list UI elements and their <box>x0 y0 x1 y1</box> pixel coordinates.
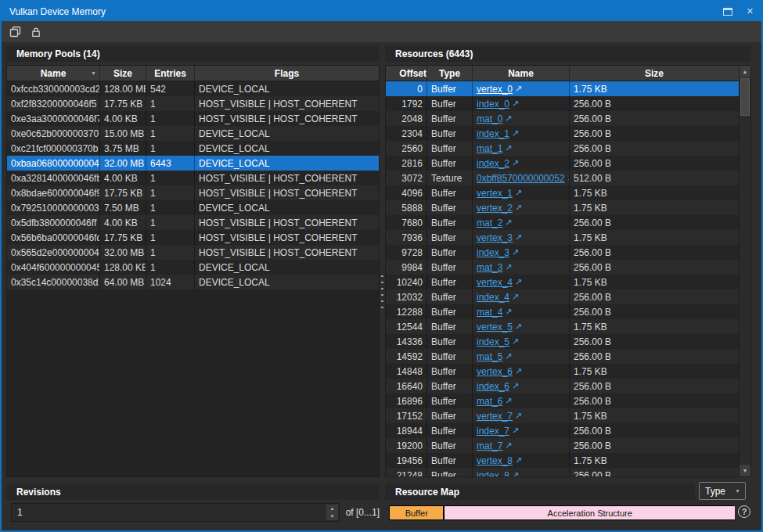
resource-row[interactable]: 3072 Texture 0xbff8570000000052 ↗ 512.00… <box>386 171 739 185</box>
column-header-type[interactable]: Type <box>427 66 473 81</box>
goto-resource-icon[interactable]: ↗ <box>512 158 519 168</box>
resource-row[interactable]: 16896 Buffer mat_6 ↗ 256.00 B <box>386 394 739 408</box>
scroll-down-icon[interactable]: ▼ <box>740 465 750 476</box>
goto-resource-icon[interactable]: ↗ <box>515 84 522 94</box>
resource-link[interactable]: mat_7 <box>477 440 502 451</box>
memory-pool-row[interactable]: 0x5dfb3800000046ff 4.00 KB 1 HOST_VISIBL… <box>7 215 379 230</box>
memory-pool-row[interactable]: 0xe0c62b0000003707 15.00 MB 1 DEVICE_LOC… <box>7 126 379 141</box>
resource-row[interactable]: 10240 Buffer vertex_4 ↗ 1.75 KB <box>386 275 739 289</box>
resource-row[interactable]: 12544 Buffer vertex_5 ↗ 1.75 KB <box>386 319 739 334</box>
goto-resource-icon[interactable]: ↗ <box>505 307 512 317</box>
resource-link[interactable]: 0xbff8570000000052 <box>477 173 565 184</box>
goto-resource-icon[interactable]: ↗ <box>512 247 519 257</box>
goto-resource-icon[interactable]: ↗ <box>515 203 522 213</box>
goto-resource-icon[interactable]: ↗ <box>512 426 519 436</box>
resource-row[interactable]: 5888 Buffer vertex_2 ↗ 1.75 KB <box>386 200 739 215</box>
goto-resource-icon[interactable]: ↗ <box>515 277 522 287</box>
goto-resource-icon[interactable]: ↗ <box>515 232 522 243</box>
resource-link[interactable]: index_5 <box>477 336 509 347</box>
resource-link[interactable]: vertex_2 <box>477 203 513 214</box>
panel-splitter-handle[interactable] <box>380 275 383 310</box>
resource-link[interactable]: index_2 <box>477 158 509 169</box>
memory-pool-row[interactable]: 0xbaa068000000004d 32.00 MB 6443 DEVICE_… <box>7 156 379 171</box>
memory-pool-row[interactable]: 0x35c14c00000038d1 64.00 MB 1024 DEVICE_… <box>7 275 379 289</box>
memory-pool-row[interactable]: 0x7925100000000035 7.50 MB 1 DEVICE_LOCA… <box>7 200 379 215</box>
resource-row[interactable]: 1792 Buffer index_0 ↗ 256.00 B <box>386 96 739 111</box>
column-header-ressize[interactable]: Size <box>570 66 739 81</box>
resource-row[interactable]: 9728 Buffer index_3 ↗ 256.00 B <box>386 245 739 260</box>
close-icon[interactable]: ✕ <box>747 7 754 16</box>
goto-resource-icon[interactable]: ↗ <box>515 366 522 376</box>
memory-pool-row[interactable]: 0x8bdae600000046f9 17.75 KB 1 HOST_VISIB… <box>7 185 379 200</box>
column-header-resname[interactable]: Name <box>473 66 570 81</box>
resource-link[interactable]: vertex_0 <box>477 84 513 95</box>
goto-resource-icon[interactable]: ↗ <box>515 188 522 198</box>
resource-row[interactable]: 12032 Buffer index_4 ↗ 256.00 B <box>386 289 739 304</box>
memory-pool-row[interactable]: 0xf2f83200000046f5 17.75 KB 1 HOST_VISIB… <box>7 96 379 111</box>
resource-link[interactable]: mat_6 <box>477 396 502 407</box>
goto-resource-icon[interactable]: ↗ <box>505 262 512 272</box>
memory-pool-row[interactable]: 0xc21fcf000000370b 3.75 MB 1 DEVICE_LOCA… <box>7 141 379 156</box>
resource-link[interactable]: index_7 <box>477 426 509 437</box>
resource-map-type-dropdown[interactable]: Type ▼ <box>699 482 746 500</box>
memory-pool-row[interactable]: 0x565d2e000000004b 32.00 MB 1 HOST_VISIB… <box>7 245 379 260</box>
lock-icon[interactable] <box>29 25 43 39</box>
spinner-up-icon[interactable]: ▲ <box>326 505 338 512</box>
resource-row[interactable]: 2304 Buffer index_1 ↗ 256.00 B <box>386 126 739 141</box>
spinner-down-icon[interactable]: ▼ <box>326 512 338 520</box>
resource-row[interactable]: 16640 Buffer index_6 ↗ 256.00 B <box>386 379 739 394</box>
resource-map-segment[interactable]: Acceleration Structure <box>444 506 735 519</box>
goto-resource-icon[interactable]: ↗ <box>512 128 519 138</box>
resource-map-segment[interactable]: Buffer <box>390 506 443 519</box>
resource-row[interactable]: 19200 Buffer mat_7 ↗ 256.00 B <box>386 438 739 453</box>
goto-resource-icon[interactable]: ↗ <box>515 455 522 466</box>
goto-resource-icon[interactable]: ↗ <box>512 336 519 347</box>
resource-row[interactable]: 21248 Buffer index_8 ↗ 256.00 B <box>386 468 739 477</box>
goto-resource-icon[interactable]: ↗ <box>512 381 519 391</box>
resource-link[interactable]: mat_1 <box>477 143 502 154</box>
resource-row[interactable]: 14848 Buffer vertex_6 ↗ 1.75 KB <box>386 364 739 379</box>
resource-row[interactable]: 14592 Buffer mat_5 ↗ 256.00 B <box>386 349 739 364</box>
revision-spinbox[interactable]: 1 ▲ ▼ <box>11 503 340 522</box>
resource-link[interactable]: mat_5 <box>477 351 502 362</box>
resource-link[interactable]: index_4 <box>477 292 509 303</box>
resources-scrollbar[interactable]: ▲ ▼ <box>739 66 750 476</box>
resource-row[interactable]: 2048 Buffer mat_0 ↗ 256.00 B <box>386 111 739 126</box>
goto-resource-icon[interactable]: ↗ <box>505 440 512 451</box>
resource-link[interactable]: mat_2 <box>477 217 502 228</box>
resource-link[interactable]: vertex_5 <box>477 322 513 332</box>
resource-link[interactable]: index_8 <box>477 470 509 478</box>
resource-row[interactable]: 17152 Buffer vertex_7 ↗ 1.75 KB <box>386 408 739 423</box>
resource-row[interactable]: 7936 Buffer vertex_3 ↗ 1.75 KB <box>386 230 739 245</box>
resource-link[interactable]: mat_3 <box>477 262 502 273</box>
column-header-flags[interactable]: Flags <box>195 66 379 81</box>
goto-resource-icon[interactable]: ↗ <box>512 470 519 477</box>
memory-pool-row[interactable]: 0x404f600000000045 128.00 KB 1 DEVICE_LO… <box>7 260 379 275</box>
resource-row[interactable]: 19456 Buffer vertex_8 ↗ 1.75 KB <box>386 453 739 468</box>
goto-resource-icon[interactable]: ↗ <box>515 322 522 332</box>
scrollbar-thumb[interactable] <box>740 78 750 116</box>
column-header-size[interactable]: Size <box>100 66 146 81</box>
resource-link[interactable]: index_3 <box>477 247 509 258</box>
resource-link[interactable]: vertex_7 <box>477 411 513 422</box>
memory-pool-row[interactable]: 0xa3281400000046fb 4.00 KB 1 HOST_VISIBL… <box>7 171 379 185</box>
resource-row[interactable]: 0 Buffer vertex_0 ↗ 1.75 KB <box>386 81 739 96</box>
duplicate-panel-icon[interactable] <box>9 25 23 39</box>
resource-link[interactable]: vertex_1 <box>477 188 513 199</box>
resource-row[interactable]: 9984 Buffer mat_3 ↗ 256.00 B <box>386 260 739 275</box>
memory-pool-row[interactable]: 0xe3aa3000000046f7 4.00 KB 1 HOST_VISIBL… <box>7 111 379 126</box>
resource-row[interactable]: 7680 Buffer mat_2 ↗ 256.00 B <box>386 215 739 230</box>
memory-pool-row[interactable]: 0xfccb330000003cd2 128.00 MB 542 DEVICE_… <box>7 81 379 96</box>
resource-link[interactable]: vertex_8 <box>477 455 513 466</box>
resource-row[interactable]: 12288 Buffer mat_4 ↗ 256.00 B <box>386 304 739 319</box>
resource-link[interactable]: vertex_4 <box>477 277 513 288</box>
resource-link[interactable]: mat_4 <box>477 307 502 318</box>
float-window-icon[interactable] <box>723 8 732 16</box>
resource-link[interactable]: vertex_6 <box>477 366 513 377</box>
goto-resource-icon[interactable]: ↗ <box>505 217 512 228</box>
resource-link[interactable]: index_6 <box>477 381 509 392</box>
goto-resource-icon[interactable]: ↗ <box>512 292 519 302</box>
goto-resource-icon[interactable]: ↗ <box>515 411 522 421</box>
title-bar[interactable]: Vulkan Device Memory ✕ <box>2 2 761 21</box>
scroll-up-icon[interactable]: ▲ <box>740 66 750 77</box>
